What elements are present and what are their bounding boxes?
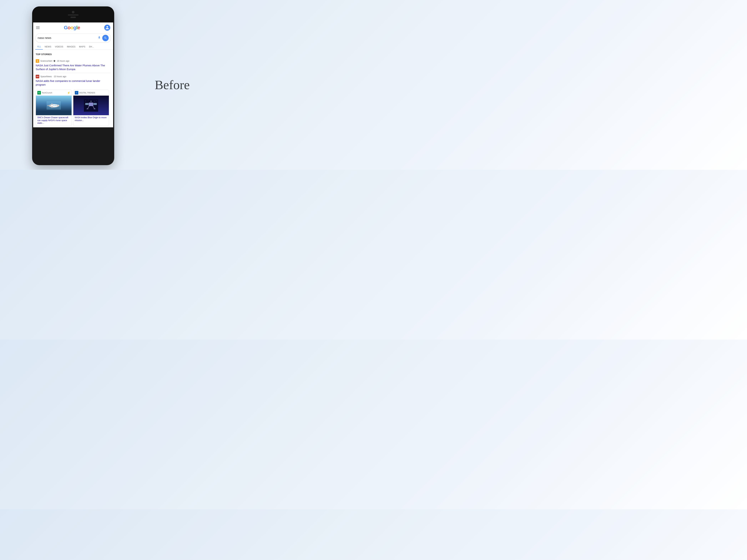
search-button[interactable] [102, 35, 109, 41]
spacenews-logo: SN [36, 75, 39, 78]
svg-point-30 [91, 101, 92, 102]
google-logo: Google [64, 25, 80, 30]
news-source-row-1: S ScienceAlert · 16 hours ago [36, 59, 111, 63]
microphone-icon[interactable] [98, 36, 101, 40]
card-source-name-1: TechCrunch [42, 92, 52, 94]
phone-mockup: Google nasa news [32, 6, 114, 165]
google-header: Google [33, 23, 113, 33]
lander-illustration [84, 99, 98, 112]
tab-more[interactable]: SH... [87, 44, 96, 49]
svg-marker-8 [49, 105, 51, 106]
svg-rect-18 [94, 103, 97, 105]
before-text: Before [155, 78, 190, 92]
news-card-1[interactable]: TC TechCrunch ⚡ [36, 90, 72, 126]
profile-button[interactable] [104, 25, 110, 31]
svg-point-11 [85, 101, 86, 101]
phone-camera [72, 11, 74, 14]
search-icon [104, 36, 107, 39]
account-icon [105, 26, 109, 30]
top-stories-title: TOP STORIES [36, 53, 111, 56]
phone-top-bar [32, 6, 114, 23]
svg-rect-27 [86, 109, 88, 109]
svg-rect-28 [94, 109, 96, 109]
card-title-1[interactable]: SNC's Dream Chaser spacecraft can supply… [36, 115, 72, 126]
digitaltrends-logo: + [75, 91, 78, 95]
phone-speaker [68, 15, 79, 16]
tab-videos[interactable]: VIDEOS [53, 44, 65, 49]
news-source-row-2: SN SpaceNews · 10 hours ago [36, 75, 111, 78]
card-header-1: TC TechCrunch ⚡ [36, 90, 72, 96]
news-card-2[interactable]: + DIGITAL TRENDS [73, 90, 109, 126]
svg-point-6 [55, 105, 56, 106]
card-image-1 [36, 96, 72, 115]
svg-point-13 [95, 101, 95, 102]
verified-icon-1 [53, 60, 55, 62]
phone-sensor [71, 17, 76, 18]
svg-rect-16 [89, 103, 93, 106]
hamburger-menu-button[interactable] [36, 26, 40, 29]
svg-point-15 [85, 104, 85, 105]
news-title-1[interactable]: NASA Just Confirmed There Are Water Plum… [36, 63, 111, 71]
svg-rect-17 [85, 103, 88, 105]
source-time-1: · 16 hours ago [53, 60, 69, 62]
svg-point-14 [96, 100, 97, 101]
news-title-2[interactable]: NASA adds five companies to commercial l… [36, 79, 111, 86]
source-time-2: · 10 hours ago [53, 75, 66, 78]
news-item-2[interactable]: SN SpaceNews · 10 hours ago NASA adds fi… [36, 73, 111, 88]
tab-news[interactable]: NEWS [43, 44, 53, 49]
tab-images[interactable]: IMAGES [65, 44, 77, 49]
svg-point-12 [88, 100, 89, 100]
before-label-container: Before [125, 78, 220, 92]
top-stories-section: TOP STORIES S ScienceAlert · 16 hours ag… [33, 51, 113, 88]
svg-point-3 [56, 105, 59, 106]
card-image-2 [73, 96, 109, 115]
svg-point-7 [53, 105, 54, 106]
card-menu-icon-1[interactable]: ⚡ [67, 91, 70, 94]
card-title-2[interactable]: NASA invites Blue Origin to moon mission… [73, 115, 109, 123]
card-source-name-2: DIGITAL TRENDS [79, 92, 95, 94]
card-source-info-1: TC TechCrunch [37, 91, 52, 95]
tab-bar: ALL NEWS VIDEOS IMAGES MAPS SH... [33, 44, 113, 50]
search-bar[interactable]: nasa news [35, 33, 111, 43]
svg-rect-9 [47, 105, 49, 106]
card-row: TC TechCrunch ⚡ [33, 88, 113, 127]
search-input[interactable]: nasa news [37, 36, 98, 39]
phone-screen: Google nasa news [33, 23, 113, 127]
card-source-info-2: + DIGITAL TRENDS [75, 91, 95, 95]
tab-all[interactable]: ALL [35, 44, 43, 50]
news-item-1[interactable]: S ScienceAlert · 16 hours ago NASA Just … [36, 57, 111, 73]
tab-maps[interactable]: MAPS [77, 44, 87, 49]
page-container: Google nasa news [0, 0, 227, 170]
source-name-1: ScienceAlert [40, 60, 52, 62]
spaceship-illustration [47, 101, 61, 110]
sciencealert-logo: S [36, 59, 39, 63]
card-header-2: + DIGITAL TRENDS [73, 90, 109, 96]
source-name-2: SpaceNews [40, 75, 52, 78]
techcrunch-logo: TC [37, 91, 41, 95]
